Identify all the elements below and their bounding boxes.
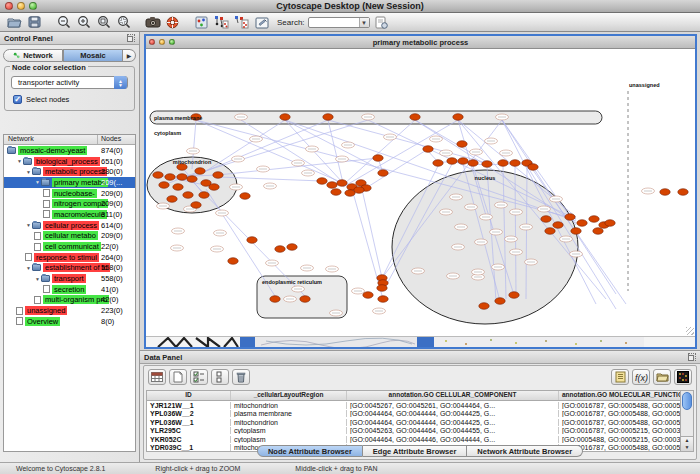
network-node[interactable] [495, 298, 505, 305]
table-cell[interactable]: [GO:0044464, GO:0044444, GO:0044425, G..… [347, 410, 559, 417]
network-window-titlebar[interactable]: primary metabolic process [146, 36, 695, 49]
network-canvas[interactable]: plasma membranecytoplasmmitochondrionnuc… [146, 49, 695, 336]
unselect-all-attributes-icon[interactable] [211, 369, 229, 385]
network-node[interactable] [509, 292, 519, 299]
network-node[interactable] [187, 176, 197, 183]
table-cell[interactable]: cytoplasm [231, 427, 347, 434]
tab-network[interactable]: Network [3, 49, 63, 62]
tree-row-mosaic-demo-yeast[interactable]: mosaic-demo-yeast874(0) [4, 145, 135, 156]
network-node[interactable] [287, 244, 297, 251]
tree-row-label[interactable]: primary metabo [52, 178, 108, 187]
search-configure-icon[interactable] [373, 15, 390, 30]
tree-row-label[interactable]: cellular process [43, 221, 99, 230]
network-node[interactable] [553, 222, 563, 229]
table-row[interactable]: YKR052Ccytoplasm[GO:0044464, GO:0044446,… [147, 435, 680, 444]
select-all-attributes-icon[interactable] [190, 369, 208, 385]
zoom-window-button[interactable] [29, 2, 37, 10]
tree-row-label[interactable]: biological_process [34, 157, 100, 166]
network-node[interactable] [498, 160, 508, 167]
network-node[interactable] [565, 214, 575, 221]
tab-mosaic[interactable]: Mosaic [63, 49, 123, 62]
network-node[interactable] [678, 189, 688, 196]
zoom-out-icon[interactable] [55, 15, 72, 30]
help-lifering-icon[interactable] [164, 15, 181, 30]
search-input[interactable]: ▼ [308, 17, 370, 28]
zoom-fit-icon[interactable] [95, 15, 112, 30]
network-node[interactable] [577, 220, 587, 227]
table-cell[interactable]: [GO:0005488, GO:0005215, GO:0003674] [559, 436, 680, 443]
network-edge[interactable] [415, 120, 487, 162]
network-node[interactable] [275, 246, 285, 253]
table-cell[interactable]: [GO:0044464, GO:0044446, GO:0044444, G..… [347, 436, 559, 443]
network-node[interactable] [247, 237, 257, 244]
disclosure-triangle-icon[interactable]: ▼ [25, 169, 32, 175]
network-node[interactable] [377, 285, 387, 292]
tree-row-macromolecule[interactable]: macromolecule311(0) [4, 209, 135, 220]
network-node[interactable] [323, 114, 333, 121]
table-row[interactable]: YJR121W__1mitochondrion[GO:0045267, GO:0… [147, 401, 680, 410]
network-window-controls[interactable] [149, 39, 175, 45]
table-row[interactable]: YPL036W__2plasma membrane[GO:0044464, GO… [147, 410, 680, 419]
table-cell[interactable]: [GO:0044464, GO:0044444, GO:0044425, G..… [347, 419, 559, 426]
tree-row-multi-organism-pro[interactable]: multi-organism pro42(0) [4, 295, 135, 306]
tree-row-label[interactable]: cellular metabo [43, 231, 98, 240]
table-cell[interactable]: [GO:0045263, GO:0044464, GO:0044455, G..… [347, 427, 559, 434]
table-cell[interactable]: [GO:0016787, GO:0005215, GO:0003824, G..… [559, 427, 680, 434]
tree-row-label[interactable]: nitrogen compo [52, 199, 108, 208]
network-node[interactable] [363, 292, 373, 299]
disclosure-triangle-icon[interactable]: ▼ [25, 222, 32, 228]
attribute-table-header[interactable]: ID _cellularLayoutRegion annotation.GO C… [147, 391, 680, 401]
network-node[interactable] [213, 172, 223, 179]
tab-edge-attribute-browser[interactable]: Edge Attribute Browser [363, 445, 467, 457]
tree-row-label[interactable]: secretion [52, 285, 86, 294]
network-node[interactable] [331, 189, 341, 196]
network-node[interactable] [270, 296, 280, 303]
network-view-icon[interactable] [193, 15, 210, 30]
network-node[interactable] [468, 160, 478, 167]
delete-attribute-icon[interactable] [232, 369, 250, 385]
close-window-button[interactable] [5, 2, 13, 10]
network-edge[interactable] [328, 120, 343, 183]
network-node[interactable] [589, 216, 599, 223]
tree-row-cell-communicat[interactable]: cell communicat22(0) [4, 241, 135, 252]
table-row[interactable]: YPL036W__1mitochondrion[GO:0044464, GO:0… [147, 418, 680, 427]
network-node[interactable] [317, 178, 327, 185]
annotation-icon[interactable] [253, 15, 270, 30]
tree-row-response-to-stimul[interactable]: response to stimul264(0) [4, 252, 135, 263]
column-go-cellular-component[interactable]: annotation.GO CELLULAR_COMPONENT [347, 391, 559, 400]
network-node[interactable] [167, 196, 177, 203]
table-cell[interactable]: YJR121W__1 [147, 402, 231, 409]
network-node[interactable] [199, 192, 209, 199]
table-cell[interactable]: YKR052C [147, 436, 231, 443]
save-session-button[interactable] [26, 15, 43, 30]
tab-scroll-right-button[interactable]: ▶ [123, 49, 136, 62]
tree-row-label[interactable]: unassigned [25, 306, 67, 315]
network-node[interactable] [458, 158, 468, 165]
zoom-view-button[interactable] [169, 39, 175, 45]
tree-row-label[interactable]: metabolic process [43, 167, 107, 176]
network-node[interactable] [457, 141, 467, 148]
attribute-editor-icon[interactable] [611, 369, 629, 385]
network-node[interactable] [660, 189, 670, 196]
network-node[interactable] [479, 303, 489, 310]
column-id[interactable]: ID [147, 391, 231, 400]
network-node[interactable] [337, 180, 347, 187]
network-node[interactable] [280, 114, 290, 121]
tree-row-establishment-of-lo[interactable]: ▼establishment of lo558(0) [4, 263, 135, 274]
table-cell[interactable]: [GO:0045267, GO:0045261, GO:0044464, G..… [347, 402, 559, 409]
network-node[interactable] [183, 192, 193, 199]
network-node[interactable] [510, 160, 520, 167]
network-node[interactable] [423, 146, 433, 153]
close-view-button[interactable] [149, 39, 155, 45]
combo-stepper-icon[interactable]: ▲▼ [114, 76, 127, 89]
disclosure-triangle-icon[interactable]: ▼ [34, 276, 41, 282]
tree-column-network[interactable]: Network [4, 135, 98, 144]
attribute-matrix-icon[interactable] [674, 369, 692, 385]
function-builder-icon[interactable]: f(x) [632, 369, 650, 385]
minimize-window-button[interactable] [17, 2, 25, 10]
float-panel-icon[interactable] [127, 34, 135, 42]
tree-row-label[interactable]: transport [52, 274, 86, 283]
column-go-molecular-function[interactable]: annotation.GO MOLECULAR_FUNCTION [559, 391, 680, 400]
table-cell[interactable]: [GO:0016787, GO:0005488, GO:0005215, G..… [559, 410, 680, 417]
network-node[interactable] [453, 114, 463, 121]
